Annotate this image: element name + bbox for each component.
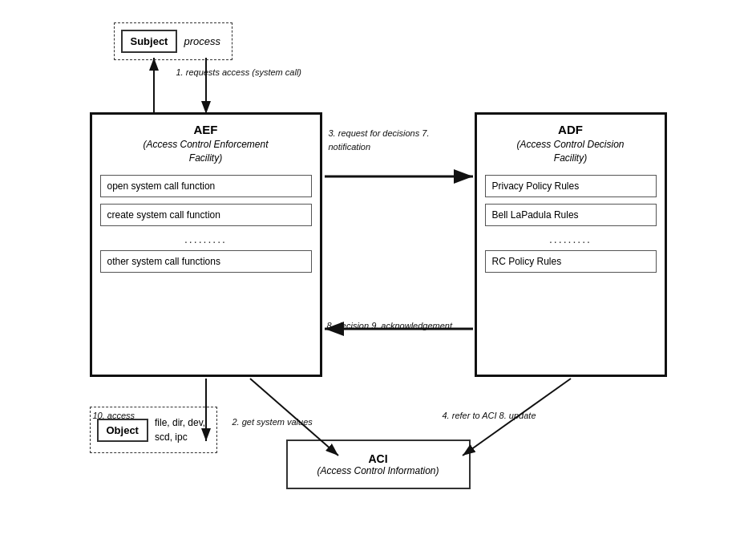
adf-subtitle: (Access Control Decision Facility): [485, 138, 657, 165]
open-system-call-box: open system call function: [100, 175, 312, 197]
object-description: file, dir, dev, scd, ipc: [155, 415, 205, 444]
aef-dotted: .........: [100, 233, 312, 245]
subject-label: Subject: [121, 30, 178, 53]
bell-lapadula-box: Bell LaPadula Rules: [485, 204, 657, 226]
subject-section: Subject process: [114, 22, 233, 60]
object-label: Object: [97, 419, 148, 442]
get-system-label: 2. get system values: [232, 415, 313, 429]
decision-ack-label: 8. decision 9. acknowledgement: [327, 319, 463, 333]
aci-title: ACI: [304, 452, 453, 465]
request-decisions-label: 3. request for decisions 7. notification: [329, 127, 473, 153]
object-section: Object file, dir, dev, scd, ipc: [90, 407, 218, 453]
aci-box: ACI (Access Control Information): [286, 440, 471, 489]
adf-dotted: .........: [485, 233, 657, 245]
adf-box: ADF (Access Control Decision Facility) P…: [475, 112, 667, 377]
aci-subtitle: (Access Control Information): [304, 465, 453, 476]
create-system-call-box: create system call function: [100, 204, 312, 226]
aef-title: AEF: [100, 123, 312, 136]
requests-access-label: 1. requests access (system call): [176, 66, 302, 79]
rc-policy-box: RC Policy Rules: [485, 250, 657, 273]
adf-title: ADF: [485, 123, 657, 136]
aef-subtitle: (Access Control Enforcement Facility): [100, 138, 312, 165]
privacy-policy-box: Privacy Policy Rules: [485, 175, 657, 197]
other-system-call-box: other system call functions: [100, 250, 312, 273]
aef-box: AEF (Access Control Enforcement Facility…: [90, 112, 322, 377]
subject-process: process: [184, 35, 220, 47]
refer-aci-label: 4. refer to ACI 8. update: [443, 409, 536, 423]
